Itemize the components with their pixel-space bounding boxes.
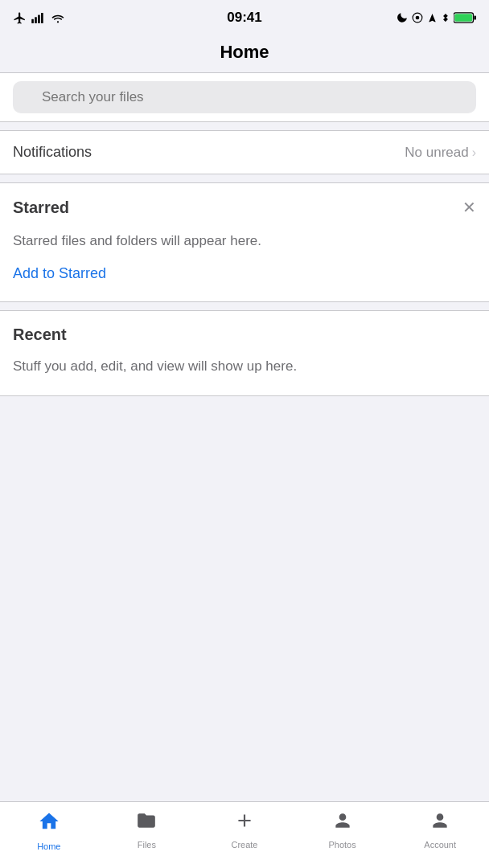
status-right-icons	[397, 12, 476, 23]
svg-point-5	[416, 16, 420, 20]
svg-rect-2	[38, 15, 40, 24]
divider-3	[0, 302, 489, 310]
tab-photos-label: Photos	[328, 840, 355, 850]
svg-rect-8	[454, 14, 472, 22]
tab-create-label: Create	[231, 840, 257, 850]
tab-account-label: Account	[424, 840, 456, 850]
create-icon	[234, 810, 255, 837]
starred-header: Starred ✕	[13, 198, 476, 217]
recent-title: Recent	[13, 326, 476, 344]
svg-rect-0	[31, 19, 34, 23]
svg-rect-1	[35, 17, 37, 23]
divider-1	[0, 122, 489, 130]
divider-2	[0, 174, 489, 182]
starred-close-button[interactable]: ✕	[462, 198, 476, 217]
notifications-row[interactable]: Notifications No unread ›	[0, 130, 489, 174]
notifications-status: No unread ›	[405, 145, 476, 161]
content-spacer	[0, 396, 489, 801]
location-icon	[427, 13, 438, 23]
wifi-icon	[51, 12, 65, 23]
files-icon	[136, 810, 157, 837]
photos-icon	[332, 810, 353, 837]
status-left-icons	[13, 11, 65, 25]
starred-section: Starred ✕ Starred files and folders will…	[0, 182, 489, 302]
add-to-starred-link[interactable]: Add to Starred	[13, 265, 106, 281]
search-container	[0, 72, 489, 122]
page-title-section: Home	[0, 35, 489, 72]
status-bar: 09:41	[0, 0, 489, 35]
tab-files[interactable]: Files	[98, 809, 196, 850]
battery-icon	[454, 12, 476, 23]
tab-bar: Home Files Create Photos	[0, 801, 489, 868]
search-wrapper	[13, 81, 476, 113]
starred-description: Starred files and folders will appear he…	[13, 231, 476, 251]
search-input[interactable]	[13, 81, 476, 113]
chevron-right-icon: ›	[472, 145, 476, 160]
notifications-label: Notifications	[13, 144, 92, 161]
airplane-icon	[13, 11, 27, 25]
tab-create[interactable]: Create	[195, 809, 294, 850]
account-icon	[429, 810, 450, 837]
tab-home[interactable]: Home	[0, 809, 98, 851]
notifications-status-text: No unread	[405, 145, 468, 161]
screen-record-icon	[412, 12, 423, 23]
svg-rect-7	[474, 15, 476, 19]
home-icon	[38, 810, 60, 838]
tab-home-label: Home	[37, 841, 60, 851]
tab-photos[interactable]: Photos	[294, 809, 392, 850]
page-title: Home	[0, 42, 489, 63]
recent-section: Recent Stuff you add, edit, and view wil…	[0, 310, 489, 396]
starred-title: Starred	[13, 199, 69, 217]
status-time: 09:41	[227, 10, 261, 26]
moon-icon	[397, 12, 408, 23]
svg-rect-3	[41, 13, 43, 23]
bluetooth-icon	[442, 12, 450, 23]
recent-description: Stuff you add, edit, and view will show …	[13, 357, 476, 376]
signal-icon	[31, 12, 46, 23]
tab-account[interactable]: Account	[391, 809, 489, 850]
tab-files-label: Files	[138, 840, 156, 850]
